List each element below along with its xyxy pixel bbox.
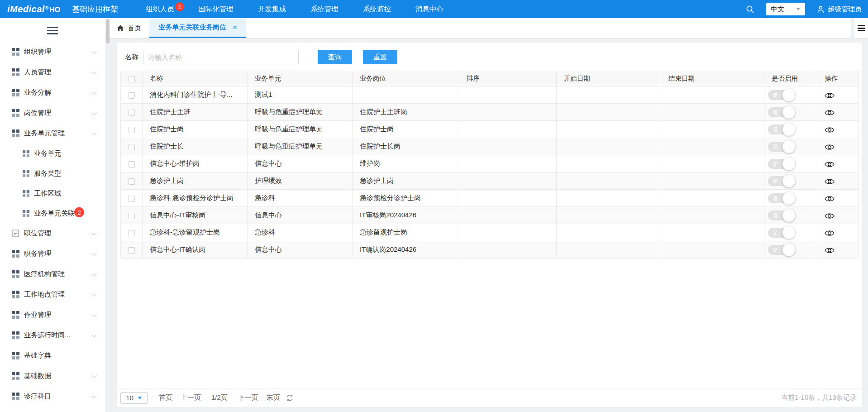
cell-end <box>661 155 764 172</box>
row-checkbox[interactable] <box>129 178 135 185</box>
cell-sort <box>459 172 557 190</box>
sidebar-item[interactable]: 职务管理 <box>0 244 105 264</box>
view-eye-icon[interactable] <box>825 109 835 116</box>
enabled-toggle[interactable]: 是 <box>768 159 794 169</box>
scrollbar-thumb[interactable] <box>106 19 110 43</box>
reset-button[interactable]: 重置 <box>363 50 397 64</box>
sidebar-item[interactable]: 人员管理 <box>0 62 105 82</box>
grid-icon <box>12 331 19 339</box>
cell-start <box>557 155 661 172</box>
table-body: 消化内科门诊住院护士-导...测试1是住院护士主班呼吸与危重症护理单元住院护士主… <box>121 86 859 259</box>
view-eye-icon[interactable] <box>825 195 835 202</box>
col-header-actions: 操作 <box>817 71 859 86</box>
sidebar-item[interactable]: 业务分解 <box>0 82 105 103</box>
sidebar-item[interactable]: 职位管理 <box>0 223 105 244</box>
topnav-item-label: 系统管理 <box>310 5 339 14</box>
sidebar-item[interactable]: 基础字典 <box>0 345 105 366</box>
row-checkbox[interactable] <box>129 144 135 150</box>
sidebar-item[interactable]: 业务单元管理 <box>0 123 105 144</box>
pagination-prev[interactable]: 上一页 <box>181 393 201 402</box>
topnav-item-4[interactable]: 系统管理 <box>298 0 351 18</box>
select-all-checkbox[interactable] <box>129 76 135 82</box>
enabled-toggle[interactable]: 是 <box>768 107 794 117</box>
enabled-toggle[interactable]: 是 <box>768 245 794 255</box>
enabled-toggle[interactable]: 是 <box>768 125 794 134</box>
cell-name: 住院护士岗 <box>143 121 248 138</box>
cell-name: 住院护士主班 <box>143 104 248 121</box>
sidebar-item-label: 人员管理 <box>24 68 51 77</box>
sidebar-item[interactable]: 医疗机构管理 <box>0 264 105 284</box>
sidebar-item[interactable]: 岗位管理 <box>0 103 105 123</box>
chevron-down-icon <box>91 311 96 316</box>
chevron-down-icon <box>91 48 96 53</box>
view-eye-icon[interactable] <box>825 126 835 134</box>
toggle-knob <box>782 89 795 101</box>
pagination-last[interactable]: 末页 <box>267 393 280 402</box>
cell-end <box>661 224 764 241</box>
row-checkbox[interactable] <box>129 213 135 219</box>
refresh-icon[interactable] <box>286 394 294 402</box>
pagination-next[interactable]: 下一页 <box>238 393 258 402</box>
view-eye-icon[interactable] <box>825 212 835 220</box>
col-header-sort: 排序 <box>459 71 557 86</box>
view-eye-icon[interactable] <box>825 247 835 254</box>
col-header-end: 结束日期 <box>661 71 764 86</box>
sidebar-item[interactable]: 基础数据 <box>0 366 105 386</box>
cell-unit: 信息中心 <box>248 155 353 172</box>
tab-list-button[interactable] <box>854 18 868 38</box>
sidebar-item[interactable]: 工作区域 <box>0 183 105 203</box>
cell-end <box>661 86 764 104</box>
enabled-toggle[interactable]: 是 <box>768 176 794 186</box>
sidebar-item[interactable]: 诊疗科目 <box>0 386 105 407</box>
page-size-select[interactable]: 10 <box>120 392 148 404</box>
topnav-item-1[interactable]: 组织人员1 <box>134 0 186 18</box>
app-title: 基础应用框架 <box>72 4 118 14</box>
topnav-item-6[interactable]: 消息中心 <box>403 0 456 18</box>
sidebar-item[interactable]: 业务单元 <box>0 144 105 163</box>
row-checkbox[interactable] <box>129 161 135 168</box>
row-checkbox[interactable] <box>129 230 135 236</box>
enabled-toggle[interactable]: 是 <box>768 211 794 220</box>
name-filter-input[interactable] <box>143 50 299 64</box>
view-eye-icon[interactable] <box>825 230 835 237</box>
pagination-first[interactable]: 首页 <box>159 393 172 402</box>
toggle-on-label: 是 <box>773 91 778 99</box>
sidebar-item[interactable]: 工作地点管理 <box>0 284 105 305</box>
view-eye-icon[interactable] <box>825 92 835 99</box>
tab-gap <box>851 18 854 38</box>
search-icon[interactable] <box>746 5 754 14</box>
registered-mark: ® <box>45 5 48 10</box>
enabled-toggle[interactable]: 是 <box>768 228 794 238</box>
row-checkbox[interactable] <box>129 127 135 133</box>
view-eye-icon[interactable] <box>825 178 835 185</box>
user-menu[interactable]: 超级管理员 <box>817 5 862 14</box>
topnav-item-3[interactable]: 开发集成 <box>246 0 298 18</box>
language-select[interactable]: 中文 <box>766 3 805 15</box>
sidebar-item[interactable]: 作业管理 <box>0 305 105 325</box>
topnav-item-5[interactable]: 系统监控 <box>351 0 403 18</box>
sidebar-collapse-icon[interactable] <box>47 25 58 36</box>
sidebar-item-label: 作业管理 <box>24 311 51 319</box>
search-button[interactable]: 查询 <box>318 50 352 64</box>
row-checkbox[interactable] <box>129 247 135 254</box>
cell-start <box>557 241 661 259</box>
enabled-toggle[interactable]: 是 <box>768 90 794 100</box>
row-checkbox[interactable] <box>129 110 135 116</box>
sidebar-item[interactable]: 服务类型 <box>0 163 105 183</box>
enabled-toggle[interactable]: 是 <box>768 142 794 152</box>
tab-active[interactable]: 业务单元关联业务岗位 × <box>149 18 246 38</box>
row-checkbox[interactable] <box>129 92 135 99</box>
topnav-item-2[interactable]: 国际化管理 <box>186 0 246 18</box>
sidebar-item[interactable]: 业务单元关联2 <box>0 203 105 223</box>
view-eye-icon[interactable] <box>825 144 835 151</box>
view-eye-icon[interactable] <box>825 161 835 168</box>
tab-home[interactable]: 首页 <box>109 18 149 38</box>
grid-icon <box>12 129 19 137</box>
close-icon[interactable]: × <box>233 23 237 32</box>
sidebar-item[interactable]: 业务运行时间... <box>0 325 105 345</box>
cell-name: 急诊护士岗 <box>143 172 248 190</box>
enabled-toggle[interactable]: 是 <box>768 193 794 203</box>
row-checkbox[interactable] <box>129 196 135 202</box>
cell-unit: 信息中心 <box>248 207 353 224</box>
sidebar-item[interactable]: 组织管理 <box>0 42 105 62</box>
